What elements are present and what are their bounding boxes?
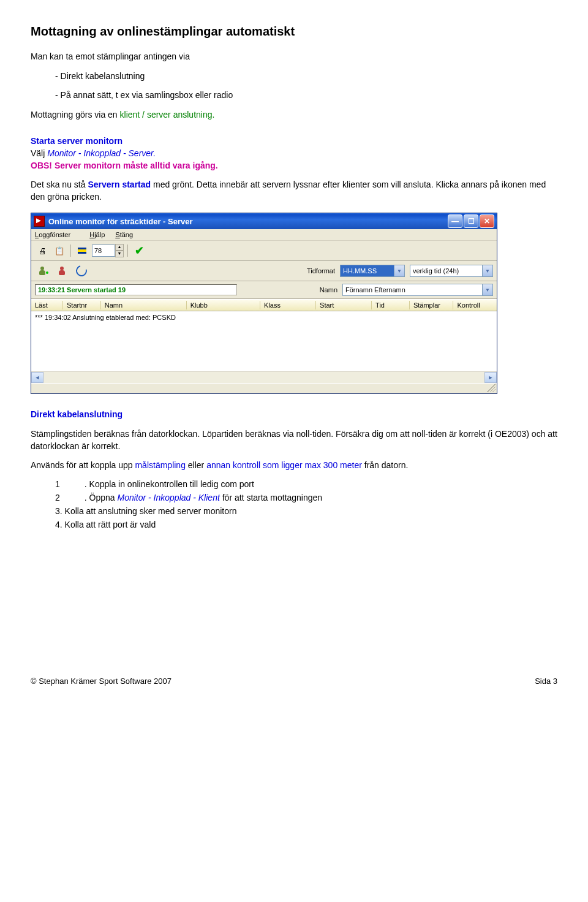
spinner-down[interactable]: ▼ bbox=[115, 251, 124, 257]
close-button[interactable]: ✕ bbox=[480, 214, 494, 228]
list-item: 4. Kolla att rätt port är vald bbox=[55, 520, 557, 529]
column-header[interactable]: Klubb bbox=[187, 301, 260, 309]
spinner-up[interactable]: ▲ bbox=[115, 244, 124, 251]
scrollbar[interactable]: ◄ ► bbox=[31, 371, 497, 383]
menubar: Loggfönster Hjälp Stäng bbox=[31, 229, 497, 241]
resize-grip[interactable] bbox=[487, 384, 496, 392]
text: Används för att koppla upp bbox=[31, 460, 135, 470]
menu-label: oggfönster bbox=[39, 231, 70, 238]
page-title: Mottagning av onlinestämplingar automati… bbox=[31, 25, 557, 39]
section-heading: Direkt kabelanslutning bbox=[31, 409, 123, 419]
paragraph: Stämplingstiden beräknas från datorklock… bbox=[31, 428, 557, 452]
bullet-item: - Direkt kabelanslutning bbox=[55, 70, 557, 83]
user-offline-icon[interactable] bbox=[55, 263, 69, 278]
minimize-button[interactable]: — bbox=[448, 214, 462, 228]
column-header[interactable]: Läst bbox=[31, 301, 63, 309]
combo-value: Förnamn Efternamn bbox=[345, 286, 405, 294]
text-highlight: klient / server anslutning. bbox=[120, 110, 215, 119]
timeformat-combo[interactable]: HH.MM.SS▼ bbox=[340, 265, 405, 277]
column-header[interactable]: Start bbox=[316, 301, 372, 309]
page-number: Sida 3 bbox=[535, 676, 557, 686]
statusbar bbox=[31, 383, 497, 393]
confirm-button[interactable]: ✔ bbox=[132, 243, 146, 258]
refresh-button[interactable] bbox=[74, 263, 89, 278]
user-online-icon[interactable] bbox=[35, 263, 50, 278]
text: Välj bbox=[31, 148, 47, 158]
toolbar-row: Tidformat HH.MM.SS▼ verklig tid (24h)▼ bbox=[31, 261, 497, 281]
menu-item[interactable]: Hjälp bbox=[89, 231, 105, 238]
bullet-item: - På annat sätt, t ex via samlingsbox el… bbox=[55, 89, 557, 102]
column-header[interactable]: Startnr bbox=[63, 301, 101, 309]
copyright-text: © Stephan Krämer Sport Software 2007 bbox=[31, 676, 172, 686]
column-header[interactable]: Namn bbox=[101, 301, 187, 309]
app-window: Online monitor för sträcktider - Server … bbox=[31, 213, 497, 394]
column-header[interactable]: Kontroll bbox=[453, 301, 497, 309]
text-highlight: Servern startad bbox=[88, 180, 151, 189]
scroll-left-button[interactable]: ◄ bbox=[31, 372, 43, 383]
spinner-value[interactable]: 78 bbox=[92, 244, 115, 257]
text: 2 bbox=[55, 493, 60, 502]
text-highlight: målstämpling bbox=[135, 460, 185, 470]
text: . Öppna bbox=[85, 493, 118, 502]
maximize-button[interactable]: ☐ bbox=[464, 214, 478, 228]
check-icon: ✔ bbox=[135, 244, 144, 257]
number-spinner[interactable]: 78 ▲▼ bbox=[92, 244, 124, 257]
separator bbox=[70, 244, 71, 257]
toolbar: 🖨 📋 78 ▲▼ ✔ bbox=[31, 241, 497, 261]
table-header: Läst Startnr Namn Klubb Klass Start Tid … bbox=[31, 299, 497, 311]
chevron-down-icon: ▼ bbox=[394, 265, 404, 276]
combo-value: HH.MM.SS bbox=[343, 267, 377, 275]
text: . Koppla in onlinekontrollen till ledig … bbox=[85, 479, 254, 489]
text: Det ska nu stå bbox=[31, 180, 88, 189]
text: från datorn. bbox=[362, 460, 409, 470]
text-highlight: annan kontroll som ligger max 300 meter bbox=[206, 460, 362, 470]
window-title: Online monitor för sträcktider - Server bbox=[48, 217, 448, 226]
text: Mottagning görs via en bbox=[31, 110, 120, 119]
text: 1 bbox=[55, 479, 60, 489]
refresh-icon bbox=[74, 263, 89, 279]
column-header[interactable]: Stämplar bbox=[410, 301, 454, 309]
list-item: 1. Koppla in onlinekontrollen till ledig… bbox=[55, 479, 557, 489]
intro-text: Man kan ta emot stämplingar antingen via bbox=[31, 51, 557, 63]
status-text: 19:33:21 Servern startad 19 bbox=[35, 284, 237, 295]
paragraph: Används för att koppla upp målstämpling … bbox=[31, 460, 557, 472]
timemode-combo[interactable]: verklig tid (24h)▼ bbox=[410, 265, 493, 277]
separator bbox=[127, 244, 128, 257]
field-label: Namn bbox=[297, 286, 337, 294]
paragraph: Det ska nu stå Servern startad med grönt… bbox=[31, 179, 557, 203]
menu-item[interactable]: Loggfönster bbox=[35, 231, 79, 238]
section-heading: Starta server monitorn bbox=[31, 136, 123, 146]
flag-icon[interactable] bbox=[75, 243, 89, 258]
log-line: *** 19:34:02 Anslutning etablerad med: P… bbox=[35, 314, 176, 321]
app-icon bbox=[34, 216, 45, 227]
combo-value: verklig tid (24h) bbox=[413, 267, 459, 275]
column-header[interactable]: Klass bbox=[260, 301, 316, 309]
name-combo[interactable]: Förnamn Efternamn▼ bbox=[342, 284, 493, 296]
titlebar[interactable]: Online monitor för sträcktider - Server … bbox=[31, 213, 497, 229]
chevron-down-icon: ▼ bbox=[482, 265, 492, 276]
list-item: 2. Öppna Monitor - Inkopplad - Klient fö… bbox=[55, 493, 557, 502]
text: för att starta mottagningen bbox=[220, 493, 322, 502]
print-button[interactable]: 🖨 bbox=[35, 243, 50, 258]
chevron-down-icon: ▼ bbox=[482, 284, 492, 295]
toolbar-row: 19:33:21 Servern startad 19 Namn Förnamn… bbox=[31, 281, 497, 299]
paragraph: Mottagning görs via en klient / server a… bbox=[31, 109, 557, 121]
menu-item[interactable]: Stäng bbox=[115, 231, 133, 238]
menu-path: Monitor - Inkopplad - Klient bbox=[118, 493, 220, 502]
copy-button[interactable]: 📋 bbox=[52, 243, 67, 258]
text: eller bbox=[186, 460, 206, 470]
list-item: 3. Kolla att anslutning sker med server … bbox=[55, 506, 557, 516]
page-footer: © Stephan Krämer Sport Software 2007 Sid… bbox=[31, 676, 557, 686]
column-header[interactable]: Tid bbox=[372, 301, 410, 309]
menu-path: Monitor - Inkopplad - Server. bbox=[47, 148, 156, 158]
warning-text: OBS! Server monitorn måste alltid vara i… bbox=[31, 161, 218, 170]
scroll-right-button[interactable]: ► bbox=[484, 372, 497, 383]
log-area: *** 19:34:02 Anslutning etablerad med: P… bbox=[31, 311, 497, 371]
field-label: Tidformat bbox=[295, 267, 335, 275]
